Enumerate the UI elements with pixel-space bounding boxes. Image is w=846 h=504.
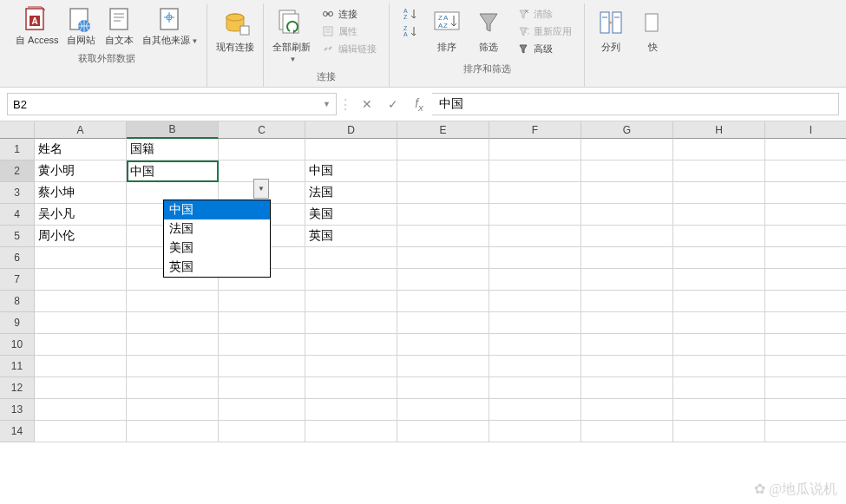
cell-D11[interactable] — [305, 356, 397, 377]
cell-G12[interactable] — [581, 377, 673, 399]
cell-I10[interactable] — [765, 334, 846, 356]
cell-I4[interactable] — [765, 204, 846, 226]
select-all-corner[interactable] — [0, 121, 35, 139]
cell-I2[interactable] — [765, 160, 846, 182]
cell-G3[interactable] — [581, 182, 673, 204]
cell-D1[interactable] — [305, 139, 397, 160]
cell-E1[interactable] — [397, 139, 489, 160]
cell-I8[interactable] — [765, 291, 846, 312]
column-header-A[interactable]: A — [35, 121, 127, 139]
cell-H7[interactable] — [673, 269, 765, 291]
cell-F2[interactable] — [489, 160, 581, 182]
cell-A13[interactable] — [35, 399, 127, 421]
row-header-3[interactable]: 3 — [0, 182, 35, 204]
row-header-7[interactable]: 7 — [0, 269, 35, 291]
cell-H8[interactable] — [673, 291, 765, 312]
cell-G4[interactable] — [581, 204, 673, 226]
cell-B14[interactable] — [127, 421, 219, 442]
cell-E6[interactable] — [397, 247, 489, 269]
cell-G5[interactable] — [581, 226, 673, 247]
cell-H10[interactable] — [673, 334, 765, 356]
cell-E4[interactable] — [397, 204, 489, 226]
cell-B8[interactable] — [127, 291, 219, 312]
name-box[interactable]: B2 ▼ — [7, 93, 337, 115]
cell-G9[interactable] — [581, 312, 673, 334]
cell-E11[interactable] — [397, 356, 489, 377]
existing-connections-button[interactable]: 现有连接 — [213, 3, 258, 55]
cell-D9[interactable] — [305, 312, 397, 334]
cell-A2[interactable]: 黄小明 — [35, 160, 127, 182]
cancel-formula-button[interactable]: ✕ — [354, 93, 380, 115]
cell-G13[interactable] — [581, 399, 673, 421]
cell-C12[interactable] — [219, 377, 305, 399]
cell-G7[interactable] — [581, 269, 673, 291]
cell-A7[interactable] — [35, 269, 127, 291]
refresh-all-button[interactable]: 全部刷新▼ — [269, 3, 314, 67]
column-header-C[interactable]: C — [219, 121, 305, 139]
cell-C1[interactable] — [219, 139, 305, 160]
formula-input[interactable]: 中国 — [432, 93, 839, 115]
cell-A5[interactable]: 周小伦 — [35, 226, 127, 247]
cell-A14[interactable] — [35, 421, 127, 442]
column-header-F[interactable]: F — [489, 121, 581, 139]
cell-H14[interactable] — [673, 421, 765, 442]
cell-D12[interactable] — [305, 377, 397, 399]
cell-D5[interactable]: 英国 — [305, 226, 397, 247]
fx-button[interactable]: fx — [406, 93, 432, 115]
cell-H12[interactable] — [673, 377, 765, 399]
cell-G14[interactable] — [581, 421, 673, 442]
column-header-G[interactable]: G — [581, 121, 673, 139]
accept-formula-button[interactable]: ✓ — [380, 93, 406, 115]
cell-H3[interactable] — [673, 182, 765, 204]
cell-F14[interactable] — [489, 421, 581, 442]
cell-B11[interactable] — [127, 356, 219, 377]
cell-C9[interactable] — [219, 312, 305, 334]
sort-desc-button[interactable]: ZA — [398, 23, 423, 40]
row-header-13[interactable]: 13 — [0, 399, 35, 421]
cell-E12[interactable] — [397, 377, 489, 399]
cell-C11[interactable] — [219, 356, 305, 377]
cell-F5[interactable] — [489, 226, 581, 247]
cell-C8[interactable] — [219, 291, 305, 312]
cell-G2[interactable] — [581, 160, 673, 182]
cell-I7[interactable] — [765, 269, 846, 291]
cell-C10[interactable] — [219, 334, 305, 356]
cell-A6[interactable] — [35, 247, 127, 269]
cell-G8[interactable] — [581, 291, 673, 312]
cell-G10[interactable] — [581, 334, 673, 356]
cell-A12[interactable] — [35, 377, 127, 399]
sort-button[interactable]: ZAAZ 排序 — [426, 3, 468, 55]
cell-I12[interactable] — [765, 377, 846, 399]
cell-F8[interactable] — [489, 291, 581, 312]
cell-D13[interactable] — [305, 399, 397, 421]
cell-A4[interactable]: 吴小凡 — [35, 204, 127, 226]
flash-fill-button[interactable]: 快 — [632, 3, 673, 55]
column-header-I[interactable]: I — [765, 121, 846, 139]
dropdown-option[interactable]: 英国 — [164, 258, 270, 277]
cell-D6[interactable] — [305, 247, 397, 269]
cell-I11[interactable] — [765, 356, 846, 377]
connections-button[interactable]: 连接 — [318, 5, 380, 23]
data-validation-dropdown-button[interactable] — [253, 179, 269, 199]
row-header-2[interactable]: 2 — [0, 160, 35, 182]
cell-E2[interactable] — [397, 160, 489, 182]
filter-button[interactable]: 筛选 — [468, 3, 509, 55]
row-header-14[interactable]: 14 — [0, 421, 35, 442]
cell-H9[interactable] — [673, 312, 765, 334]
cell-D10[interactable] — [305, 334, 397, 356]
cell-B13[interactable] — [127, 399, 219, 421]
cell-I5[interactable] — [765, 226, 846, 247]
row-header-12[interactable]: 12 — [0, 377, 35, 399]
row-header-10[interactable]: 10 — [0, 334, 35, 356]
from-web-button[interactable]: 自网站 — [62, 3, 101, 48]
cell-B2[interactable]: 中国 — [127, 160, 219, 182]
cell-G6[interactable] — [581, 247, 673, 269]
row-header-1[interactable]: 1 — [0, 139, 35, 160]
cell-F13[interactable] — [489, 399, 581, 421]
sort-asc-button[interactable]: AZ — [398, 5, 423, 23]
row-header-4[interactable]: 4 — [0, 204, 35, 226]
cell-G1[interactable] — [581, 139, 673, 160]
cell-I3[interactable] — [765, 182, 846, 204]
cell-E14[interactable] — [397, 421, 489, 442]
dropdown-option[interactable]: 美国 — [164, 239, 270, 258]
